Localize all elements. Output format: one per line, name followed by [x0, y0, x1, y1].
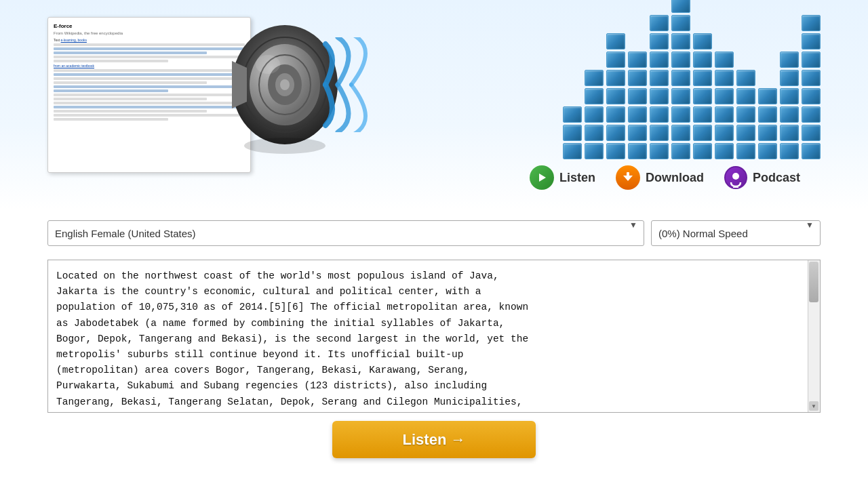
podcast-icon: [724, 166, 747, 189]
scrollbar-track[interactable]: ▼: [808, 260, 820, 412]
scrollbar-bottom[interactable]: ▼: [809, 401, 818, 411]
podcast-action-button[interactable]: Podcast: [724, 166, 800, 189]
eq-col-8: [715, 52, 734, 159]
wiki-subtitle: From Wikipedia, the free encyclopedia: [54, 31, 245, 35]
eq-col-10: [758, 88, 777, 159]
speed-select-wrapper: (0%) Normal Speed(-50%) Slow Speed(+50%)…: [651, 220, 821, 246]
play-icon: [530, 165, 554, 190]
wiki-link1: e-learning, books: [61, 38, 87, 42]
download-action-button[interactable]: Download: [616, 165, 704, 190]
listen-action-button[interactable]: Listen: [530, 165, 595, 190]
listen-btn-container: Listen →: [0, 421, 868, 458]
voice-select[interactable]: English Female (United States)English Ma…: [47, 220, 644, 246]
scrollbar-thumb[interactable]: [809, 262, 818, 302]
eq-col-11: [780, 52, 799, 159]
download-action-label: Download: [646, 171, 704, 185]
hero-banner: E-force From Wikipedia, the free encyclo…: [0, 0, 868, 210]
eq-col-3: [606, 33, 625, 159]
listen-button[interactable]: Listen →: [332, 421, 536, 458]
eq-col-9: [736, 70, 755, 159]
eq-col-4: [628, 52, 647, 159]
svg-point-13: [732, 173, 739, 180]
wiki-title: E-force: [54, 23, 245, 29]
svg-marker-7: [232, 61, 247, 108]
download-icon: [616, 165, 640, 190]
action-buttons-row: Listen Download Podcast: [530, 165, 800, 190]
main-textarea[interactable]: [48, 260, 820, 409]
wiki-link2: from an academic textbook: [54, 64, 94, 68]
eq-col-2: [585, 70, 604, 159]
equalizer-bars: [563, 10, 821, 166]
svg-rect-12: [627, 172, 629, 178]
text-area-container: ▼: [47, 260, 821, 413]
podcast-action-label: Podcast: [753, 171, 800, 185]
speed-select[interactable]: (0%) Normal Speed(-50%) Slow Speed(+50%)…: [651, 220, 821, 246]
svg-point-8: [256, 55, 280, 74]
wiki-mockup: E-force From Wikipedia, the free encyclo…: [47, 17, 251, 173]
voice-select-wrapper: English Female (United States)English Ma…: [47, 220, 644, 246]
controls-area: English Female (United States)English Ma…: [0, 210, 868, 260]
svg-point-9: [244, 138, 326, 154]
eq-col-12: [802, 15, 821, 159]
selects-row: English Female (United States)English Ma…: [47, 220, 821, 246]
listen-action-label: Listen: [559, 171, 595, 185]
eq-col-5: [650, 15, 669, 159]
listen-button-label: Listen →: [403, 431, 466, 449]
eq-col-6: [671, 0, 690, 159]
eq-col-1: [563, 106, 582, 159]
svg-point-6: [280, 79, 290, 90]
svg-marker-10: [539, 174, 546, 182]
eq-col-7: [693, 33, 712, 159]
sound-waves: [319, 37, 400, 132]
